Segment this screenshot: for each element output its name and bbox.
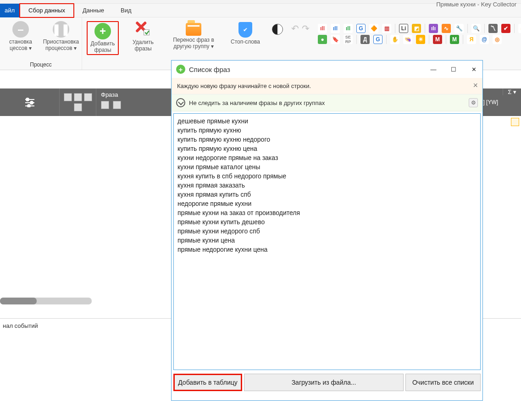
phrase-list-modal: + Список фраз — ☐ ✕ Каждую новую фразу н…: [171, 60, 483, 401]
column-phrase-label[interactable]: Фраза: [101, 91, 118, 98]
plus-icon: +: [94, 23, 111, 39]
header-tool-2[interactable]: [74, 93, 82, 101]
wrench-icon[interactable]: 🔧: [454, 24, 464, 33]
serp-icon[interactable]: SERP: [344, 35, 353, 44]
hand2-icon[interactable]: ✋: [390, 35, 399, 44]
y-yellow-icon[interactable]: Я: [467, 35, 476, 44]
horizontal-scrollbar-thumb[interactable]: [0, 298, 37, 304]
contrast-icon[interactable]: [272, 24, 283, 35]
ribbon-group-label: Процесс: [5, 60, 77, 70]
bookmark-icon[interactable]: 🔖: [331, 35, 340, 44]
orange-analytics-icon[interactable]: ∿: [442, 24, 451, 33]
g-box-icon[interactable]: G: [373, 35, 382, 44]
phrases-textarea[interactable]: дешевые прямые кухни купить прямую кухню…: [173, 113, 481, 370]
modal-title: Список фраз: [189, 66, 230, 73]
sun-icon[interactable]: ☀: [416, 35, 425, 44]
green-circle-icon[interactable]: ●: [318, 35, 327, 44]
tab-file[interactable]: айл: [0, 4, 19, 17]
modal-close-button[interactable]: ✕: [470, 66, 478, 73]
delete-phrases-button[interactable]: Удалить фразы: [127, 21, 159, 52]
stop-words-button[interactable]: ✔ Стоп-слова: [227, 21, 264, 45]
bars-green-icon[interactable]: ıll: [344, 24, 353, 33]
modal-option-label: Не следить за наличием фразы в других гр…: [189, 99, 325, 106]
pause-icon: ❚❚: [53, 21, 69, 38]
li-icon[interactable]: Li: [399, 24, 408, 33]
pause-processes-button[interactable]: ❚❚ Приостановка процессов ▾: [45, 21, 77, 51]
folder-icon: [186, 23, 201, 36]
clear-all-lists-button[interactable]: Очистить все списки: [405, 374, 481, 391]
column-sigma[interactable]: Σ ▾: [503, 88, 521, 95]
purple-chart-icon[interactable]: ılı: [429, 24, 438, 33]
tab-data-collection[interactable]: Сбор данных: [19, 3, 74, 18]
settings-sliders-icon[interactable]: [23, 97, 36, 107]
hat-icon[interactable]: 👒: [403, 35, 412, 44]
delete-x-icon: [135, 21, 151, 38]
redo-icon[interactable]: ↷: [302, 23, 310, 34]
chevron-down-icon[interactable]: [176, 98, 185, 107]
orange-bulb-icon[interactable]: ◎: [493, 35, 502, 44]
shield-check-icon: ✔: [238, 22, 252, 38]
svg-point-2: [26, 98, 29, 101]
d-box-icon[interactable]: Д: [360, 35, 370, 44]
mix-dots-icon[interactable]: 🔶: [369, 24, 378, 33]
modal-hint-bar: Каждую новую фразу начинайте с новой стр…: [172, 78, 482, 94]
stop-icon: –: [12, 21, 29, 38]
app-title: Прямые кухни - Key Collector: [436, 1, 516, 8]
header-tool-4[interactable]: [74, 103, 82, 111]
move-phrases-button[interactable]: Перенос фраз в другую группу ▾: [168, 21, 219, 50]
add-to-table-button[interactable]: Добавить в таблицу: [173, 374, 242, 391]
svg-point-6: [28, 105, 30, 107]
modal-minimize-button[interactable]: —: [429, 66, 438, 73]
modal-titlebar[interactable]: + Список фраз — ☐ ✕: [172, 61, 482, 78]
red-check-icon[interactable]: ✔: [501, 24, 510, 33]
modal-plus-icon: +: [176, 65, 185, 74]
magnifier-icon[interactable]: 🔍: [471, 24, 481, 33]
grey-chart-icon[interactable]: 〽: [488, 24, 498, 33]
g-search-icon[interactable]: G: [356, 24, 366, 33]
stop-processes-button[interactable]: – становка цессов ▾: [5, 21, 37, 51]
add-phrases-button[interactable]: + Добавить фразы: [87, 21, 119, 55]
header-tool-1[interactable]: [64, 93, 72, 101]
grid-corner-icon[interactable]: [511, 118, 519, 126]
red-square-icon[interactable]: ▥: [382, 24, 391, 33]
ribbon-group-process: – становка цессов ▾ ❚❚ Приостановка проц…: [0, 17, 82, 70]
m-red-icon[interactable]: M: [433, 35, 442, 44]
bars-blue-icon[interactable]: ıll: [331, 24, 340, 33]
yellow-square-icon[interactable]: ◩: [412, 24, 421, 33]
svg-point-4: [30, 101, 33, 104]
modal-button-bar: Добавить в таблицу Загрузить из файла...…: [172, 372, 482, 393]
tab-view[interactable]: Вид: [112, 4, 140, 17]
hand-orange-icon[interactable]: ✋: [518, 24, 521, 33]
ribbon-group-phrases: + Добавить фразы Удалить фразы: [82, 17, 164, 70]
modal-hint-close-icon[interactable]: ×: [473, 81, 478, 90]
modal-option-bar[interactable]: Не следить за наличием фразы в других гр…: [172, 94, 482, 111]
horizontal-scrollbar[interactable]: [0, 298, 92, 304]
tab-data[interactable]: Данные: [74, 4, 112, 17]
gear-icon[interactable]: ⚙: [469, 98, 478, 107]
header-tool-3[interactable]: [84, 93, 92, 101]
mail-icon[interactable]: @: [480, 35, 489, 44]
bars-red-icon[interactable]: ıll: [318, 24, 327, 33]
phrase-tool-2[interactable]: [113, 101, 121, 109]
phrase-tool-1[interactable]: [101, 101, 109, 109]
undo-icon[interactable]: ↶: [291, 23, 299, 34]
modal-maximize-button[interactable]: ☐: [449, 66, 458, 73]
modal-hint-text: Каждую новую фразу начинайте с новой стр…: [177, 83, 311, 89]
m-green-icon[interactable]: M: [450, 35, 459, 44]
load-from-file-button[interactable]: Загрузить из файла...: [244, 374, 404, 391]
